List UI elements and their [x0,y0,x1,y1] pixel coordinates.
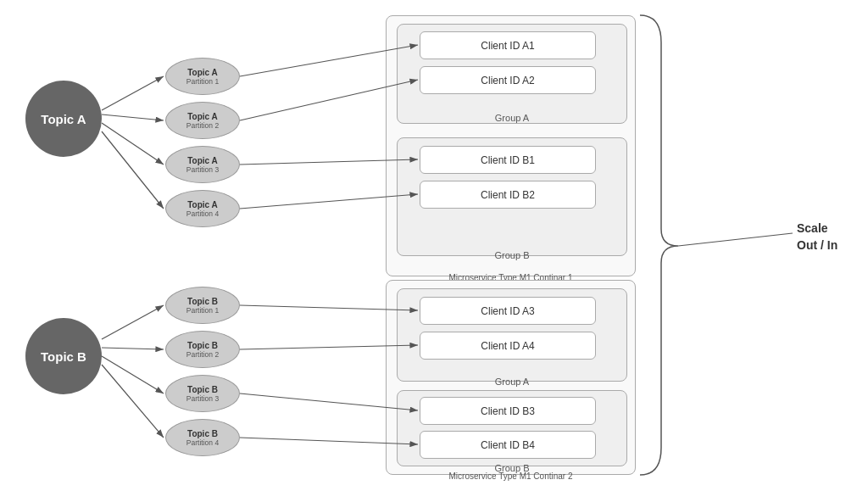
partition-b1: Topic B Partition 1 [165,287,240,324]
partition-a3: Topic A Partition 3 [165,146,240,183]
topic-b-label: Topic B [41,349,86,364]
svg-line-4 [102,131,164,209]
scale-label: Scale Out / In [797,220,837,254]
client-a2-box: Client ID A2 [420,66,596,94]
topic-b-circle: Topic B [25,318,102,394]
group-b1-label: Group B [397,250,627,260]
partition-a2: Topic A Partition 2 [165,102,240,139]
partition-a1: Topic A Partition 1 [165,58,240,95]
group-b2-label: Group B [397,463,627,473]
partition-a4: Topic A Partition 4 [165,190,240,227]
client-b4-box: Client ID B4 [420,431,596,459]
group-a1-label: Group A [397,113,627,123]
topic-a-circle: Topic A [25,81,102,157]
svg-line-5 [102,305,164,339]
diagram: Topic A Topic B Topic A Partition 1 Topi… [0,0,868,491]
partition-b2: Topic B Partition 2 [165,331,240,368]
group-a2-label: Group A [397,377,627,387]
client-a4-box: Client ID A4 [420,332,596,360]
client-a1-box: Client ID A1 [420,31,596,59]
svg-line-17 [678,233,793,246]
client-b2-box: Client ID B2 [420,181,596,209]
svg-line-2 [102,114,164,120]
partition-b4: Topic B Partition 4 [165,419,240,456]
svg-line-3 [102,123,164,165]
client-b1-box: Client ID B1 [420,146,596,174]
partition-b3: Topic B Partition 3 [165,375,240,412]
topic-a-label: Topic A [41,112,86,126]
svg-line-6 [102,348,164,349]
svg-line-1 [102,76,164,110]
svg-line-8 [102,365,164,438]
client-a3-box: Client ID A3 [420,297,596,325]
svg-line-7 [102,356,164,393]
client-b3-box: Client ID B3 [420,397,596,425]
